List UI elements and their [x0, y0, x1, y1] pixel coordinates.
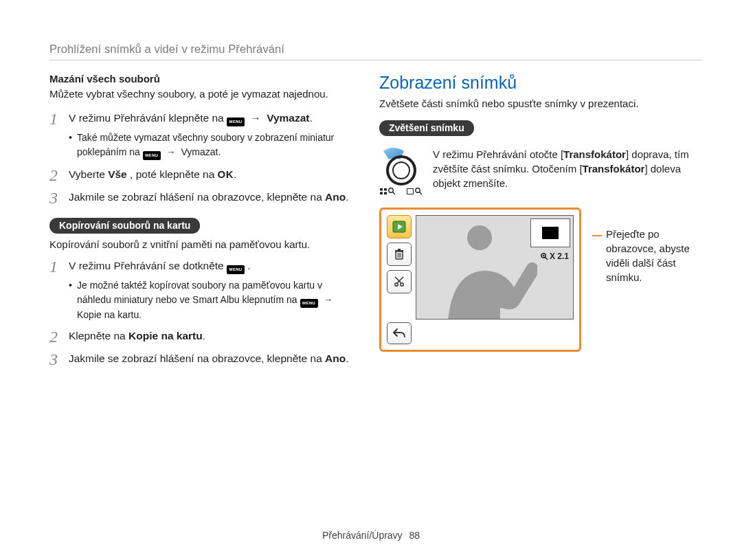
child-silhouette [434, 217, 537, 320]
zoom-value-text: X 2.1 [550, 251, 569, 261]
step-body: Jakmile se zobrazí hlášení na obrazovce,… [69, 190, 352, 207]
step-body: V režimu Přehrávání klepněte na MENU → V… [69, 111, 352, 128]
step: 2 Vyberte Vše , poté klepněte na OK. [49, 167, 352, 184]
preview-wrap: X 2.1 Přejeďte po obrazovce, abyste vidě… [379, 208, 702, 352]
text: . [234, 168, 236, 180]
step: 3 Jakmile se zobrazí hlášení na obrazovc… [49, 190, 352, 207]
divider [49, 60, 702, 60]
thumbnail-icon [380, 187, 396, 195]
step-body: V režimu Přehrávání se dotkněte MENU . [69, 258, 352, 276]
zoom-dial [379, 147, 423, 195]
svg-line-10 [420, 192, 423, 195]
bullet: Je možné taktéž kopírovat soubory na pam… [69, 278, 352, 321]
svg-point-0 [387, 157, 415, 184]
step: 1 V režimu Přehrávání se dotkněte MENU . [49, 258, 352, 276]
text: Klepněte na [69, 330, 128, 341]
svg-rect-3 [384, 188, 387, 191]
svg-point-9 [416, 188, 420, 192]
step-number: 2 [49, 167, 62, 184]
text: . [218, 146, 221, 157]
copy-intro: Kopírování souborů z vnitřní paměti na p… [49, 238, 352, 251]
bold: Kopie na kartu [77, 309, 139, 320]
side-toolbar [387, 215, 412, 293]
text: . [203, 330, 205, 341]
dial-labels [380, 187, 423, 195]
menu-icon: MENU [143, 151, 161, 160]
page-title: Zobrazení snímků [379, 73, 702, 93]
step: 3 Jakmile se zobrazí hlášení na obrazovc… [49, 351, 352, 368]
back-button[interactable] [387, 322, 412, 344]
callout-line [592, 235, 602, 352]
menu-icon: MENU [227, 117, 245, 126]
bold: Ano [325, 352, 346, 364]
footer-section: Přehrávání/Úpravy [322, 530, 403, 541]
text: . [247, 260, 250, 271]
copy-pill: Kopírování souborů na kartu [49, 218, 200, 234]
delete-all-heading: Mazání všech souborů [49, 73, 352, 85]
camera-preview: X 2.1 [379, 208, 581, 352]
step-number: 1 [49, 111, 62, 128]
step-number: 1 [49, 258, 62, 276]
ok-icon: OK [218, 167, 234, 181]
svg-line-7 [393, 192, 396, 195]
sub-bullets: Také můžete vymazat všechny soubory v zo… [69, 131, 352, 159]
right-column: Zobrazení snímků Zvětšete části snímků n… [379, 73, 702, 371]
svg-rect-8 [407, 188, 414, 194]
text: . [346, 191, 348, 203]
magnifier-icon [540, 252, 548, 260]
svg-rect-4 [380, 192, 383, 194]
arrow-icon: → [164, 146, 179, 157]
zoom-pill: Zvětšení snímku [379, 120, 474, 136]
menu-icon: MENU [227, 265, 245, 274]
text: V režimu Přehrávání se dotkněte [69, 260, 227, 271]
menu-icon: MENU [300, 299, 318, 308]
svg-point-6 [389, 188, 393, 192]
photo-area[interactable]: X 2.1 [416, 215, 574, 320]
bold: Transfokátor [583, 163, 645, 175]
text: V režimu Přehrávání otočte [ [433, 148, 563, 160]
dial-icon [379, 147, 423, 186]
breadcrumb: Prohlížení snímků a videí v režimu Přehr… [49, 43, 702, 56]
step-body: Jakmile se zobrazí hlášení na obrazovce,… [69, 351, 352, 368]
sub-bullets: Je možné taktéž kopírovat soubory na pam… [69, 278, 352, 321]
text: V režimu Přehrávání klepněte na [69, 112, 227, 124]
footer-page-number: 88 [409, 530, 420, 541]
arrow-icon: → [320, 294, 335, 305]
step: 1 V režimu Přehrávání klepněte na MENU →… [49, 111, 352, 128]
steps-copy: 1 V režimu Přehrávání se dotkněte MENU .… [49, 258, 352, 368]
step-number: 3 [49, 190, 62, 207]
text: . [310, 112, 313, 124]
text: Jakmile se zobrazí hlášení na obrazovce,… [69, 191, 325, 203]
text: Jakmile se zobrazí hlášení na obrazovce,… [69, 352, 325, 364]
bold: Ano [325, 191, 346, 203]
step-body: Klepněte na Kopie na kartu. [69, 328, 352, 346]
text: , poté klepněte na [130, 168, 218, 180]
bold: Transfokátor [563, 148, 626, 160]
svg-point-1 [393, 162, 409, 179]
bullet: Také můžete vymazat všechny soubory v zo… [69, 131, 352, 159]
step-number: 2 [49, 328, 62, 346]
scissors-button[interactable] [387, 270, 412, 293]
single-icon [407, 187, 423, 195]
step: 2 Klepněte na Kopie na kartu. [49, 328, 352, 346]
arrow-icon: → [247, 112, 264, 124]
delete-all-intro: Můžete vybrat všechny soubory, a poté je… [49, 87, 352, 101]
left-column: Mazání všech souborů Můžete vybrat všech… [49, 73, 352, 371]
back-icon [392, 328, 406, 339]
step-body: Vyberte Vše , poté klepněte na OK. [69, 167, 352, 184]
minimap-viewport [542, 227, 559, 239]
callout-text: Přejeďte po obrazovce, abyste viděli dal… [606, 227, 702, 352]
zoom-dial-row: V režimu Přehrávání otočte [Transfokátor… [379, 147, 702, 195]
text: . [346, 352, 348, 364]
svg-rect-5 [384, 192, 387, 194]
svg-rect-14 [395, 250, 403, 251]
svg-line-24 [545, 258, 548, 260]
trash-button[interactable] [387, 243, 412, 266]
svg-rect-2 [380, 188, 383, 191]
bold: Kopie na kartu [128, 330, 203, 341]
play-button[interactable] [387, 215, 412, 238]
zoom-intro: Zvětšete části snímků nebo spusťte snímk… [379, 97, 702, 111]
zoom-value: X 2.1 [540, 251, 569, 261]
callout: Přejeďte po obrazovce, abyste viděli dal… [592, 208, 702, 352]
text: Je možné taktéž kopírovat soubory na pam… [77, 280, 322, 304]
